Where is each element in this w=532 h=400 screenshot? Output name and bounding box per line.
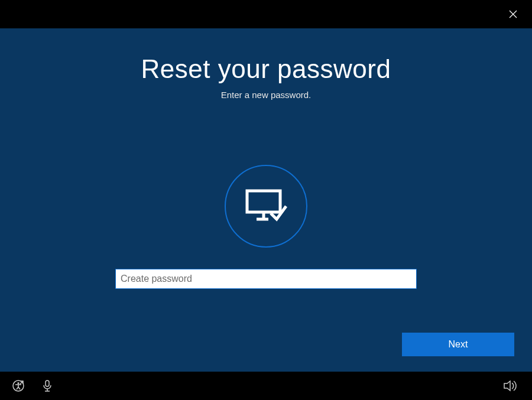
page-subtitle: Enter a new password.	[221, 90, 312, 100]
password-row	[115, 269, 417, 289]
close-icon[interactable]	[506, 7, 520, 21]
bottom-bar	[0, 372, 532, 400]
svg-rect-12	[46, 381, 49, 386]
svg-marker-15	[504, 381, 510, 391]
svg-rect-2	[247, 191, 280, 212]
svg-line-10	[18, 387, 20, 389]
ease-of-access-icon[interactable]	[12, 379, 25, 392]
next-button[interactable]: Next	[402, 333, 514, 356]
password-input[interactable]	[115, 269, 417, 289]
svg-point-6	[17, 382, 19, 384]
volume-icon[interactable]	[504, 380, 518, 392]
page-title: Reset your password	[141, 54, 391, 84]
top-bar	[0, 0, 532, 28]
microphone-icon[interactable]	[41, 379, 53, 392]
monitor-check-icon	[225, 165, 307, 248]
main-panel: Reset your password Enter a new password…	[0, 28, 532, 372]
